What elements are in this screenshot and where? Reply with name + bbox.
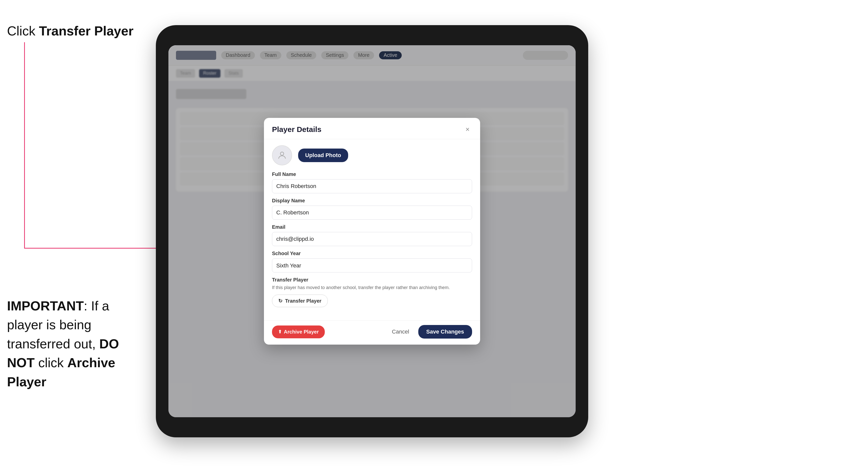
transfer-section-label: Transfer Player <box>272 277 472 283</box>
photo-section: Upload Photo <box>272 145 472 165</box>
archive-icon: ⬆ <box>278 329 282 335</box>
avatar-placeholder <box>272 145 292 165</box>
instruction-top-bold: Transfer Player <box>39 24 133 38</box>
full-name-input[interactable] <box>272 179 472 193</box>
tablet-device: Dashboard Team Schedule Settings More Ac… <box>156 25 588 437</box>
instruction-top-prefix: Click <box>7 24 39 38</box>
modal-header: Player Details × <box>264 118 480 139</box>
modal-close-button[interactable]: × <box>463 125 472 134</box>
modal-title: Player Details <box>272 125 321 134</box>
school-year-label: School Year <box>272 251 472 256</box>
transfer-button-label: Transfer Player <box>285 298 321 304</box>
modal-footer: ⬆ Archive Player Cancel Save Changes <box>264 320 480 345</box>
email-label: Email <box>272 224 472 230</box>
upload-photo-button[interactable]: Upload Photo <box>298 149 348 162</box>
transfer-description: If this player has moved to another scho… <box>272 284 472 291</box>
display-name-group: Display Name <box>272 198 472 220</box>
instruction-top: Click Transfer Player <box>7 23 133 40</box>
instruction-important: IMPORTANT <box>7 299 84 313</box>
tablet-screen: Dashboard Team Schedule Settings More Ac… <box>168 45 576 417</box>
save-changes-button[interactable]: Save Changes <box>418 325 472 339</box>
full-name-label: Full Name <box>272 172 472 177</box>
archive-button-label: Archive Player <box>284 329 319 335</box>
svg-point-0 <box>280 152 284 155</box>
transfer-section: Transfer Player If this player has moved… <box>272 277 472 307</box>
school-year-group: School Year First Year Second Year Third… <box>272 251 472 273</box>
instruction-bottom: IMPORTANT: If a player is being transfer… <box>7 297 148 391</box>
transfer-player-button[interactable]: ↻ Transfer Player <box>272 294 328 307</box>
modal-overlay: Player Details × Upload Photo <box>168 45 576 417</box>
display-name-label: Display Name <box>272 198 472 204</box>
school-year-select[interactable]: First Year Second Year Third Year Fourth… <box>272 258 472 273</box>
email-input[interactable] <box>272 232 472 246</box>
transfer-icon: ↻ <box>278 298 283 304</box>
player-details-modal: Player Details × Upload Photo <box>264 118 480 345</box>
full-name-group: Full Name <box>272 172 472 193</box>
instruction-click: click <box>35 355 67 370</box>
annotation-line-vertical <box>24 42 25 248</box>
cancel-button[interactable]: Cancel <box>387 325 414 338</box>
email-group: Email <box>272 224 472 246</box>
display-name-input[interactable] <box>272 206 472 220</box>
modal-body: Upload Photo Full Name Display Name <box>264 139 480 320</box>
archive-player-button[interactable]: ⬆ Archive Player <box>272 325 325 338</box>
